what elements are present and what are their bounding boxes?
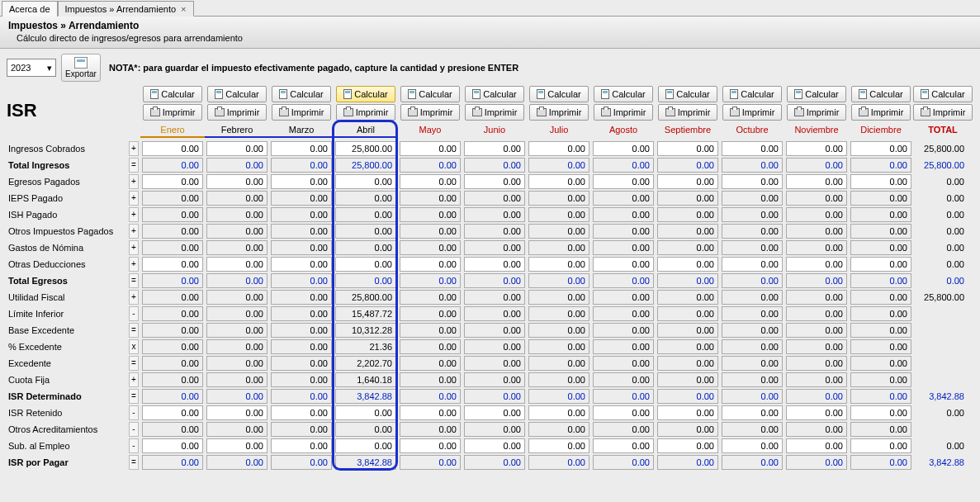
value-cell[interactable]: 0.00 <box>335 257 396 272</box>
value-cell[interactable]: 0.00 <box>206 405 267 420</box>
calcular-button[interactable]: Calcular <box>143 86 202 102</box>
imprimir-button[interactable]: Imprimir <box>207 104 267 121</box>
value-cell[interactable]: 0.00 <box>786 438 847 453</box>
value-cell: 0.00 <box>464 191 525 206</box>
value-cell[interactable]: 0.00 <box>528 438 589 453</box>
value-cell[interactable]: 0.00 <box>464 174 525 189</box>
value-cell[interactable]: 0.00 <box>850 141 911 156</box>
value-cell: 0.00 <box>722 273 783 288</box>
value-cell[interactable]: 0.00 <box>400 438 461 453</box>
imprimir-button[interactable]: Imprimir <box>529 104 589 121</box>
month-header: Marzo <box>269 121 334 138</box>
value-cell[interactable]: 0.00 <box>142 257 203 272</box>
imprimir-button[interactable]: Imprimir <box>336 104 395 121</box>
value-cell[interactable]: 0.00 <box>657 174 718 189</box>
value-cell[interactable]: 0.00 <box>464 257 525 272</box>
calcular-button[interactable]: Calcular <box>400 86 460 102</box>
imprimir-button[interactable]: Imprimir <box>272 104 331 121</box>
calcular-button[interactable]: Calcular <box>787 86 846 102</box>
calcular-button[interactable]: Calcular <box>658 86 717 102</box>
value-cell[interactable]: 0.00 <box>206 141 267 156</box>
value-cell[interactable]: 0.00 <box>657 257 718 272</box>
calcular-button[interactable]: Calcular <box>465 86 524 102</box>
calcular-button[interactable]: Calcular <box>913 86 973 102</box>
value-cell[interactable]: 0.00 <box>142 141 203 156</box>
value-cell[interactable]: 0.00 <box>464 141 525 156</box>
value-cell[interactable]: 0.00 <box>722 438 783 453</box>
imprimir-button[interactable]: Imprimir <box>787 104 846 121</box>
tab-arrendamiento[interactable]: Impuestos » Arrendamiento × <box>58 1 194 17</box>
value-cell[interactable]: 0.00 <box>271 405 332 420</box>
imprimir-button[interactable]: Imprimir <box>143 104 202 121</box>
value-cell[interactable]: 0.00 <box>528 257 589 272</box>
value-cell[interactable]: 0.00 <box>722 141 783 156</box>
value-cell: 0.00 <box>850 191 911 206</box>
value-cell[interactable]: 0.00 <box>528 141 589 156</box>
value-cell[interactable]: 0.00 <box>786 405 847 420</box>
value-cell: 0.00 <box>593 339 654 354</box>
value-cell[interactable]: 0.00 <box>657 405 718 420</box>
calcular-button[interactable]: Calcular <box>336 86 395 102</box>
imprimir-button[interactable]: Imprimir <box>913 104 973 121</box>
value-cell[interactable]: 0.00 <box>271 174 332 189</box>
row-label: Egresos Pagados <box>7 174 129 189</box>
value-cell[interactable]: 0.00 <box>593 438 654 453</box>
value-cell[interactable]: 0.00 <box>786 174 847 189</box>
value-cell[interactable]: 0.00 <box>593 405 654 420</box>
value-cell[interactable]: 0.00 <box>271 438 332 453</box>
calcular-button[interactable]: Calcular <box>722 86 782 102</box>
value-cell: 0.00 <box>657 240 718 255</box>
value-cell[interactable]: 0.00 <box>464 405 525 420</box>
value-cell[interactable]: 0.00 <box>722 257 783 272</box>
value-cell[interactable]: 0.00 <box>271 141 332 156</box>
value-cell[interactable]: 0.00 <box>142 174 203 189</box>
calcular-button[interactable]: Calcular <box>207 86 267 102</box>
imprimir-button[interactable]: Imprimir <box>465 104 524 121</box>
imprimir-button[interactable]: Imprimir <box>400 104 460 121</box>
value-cell[interactable]: 0.00 <box>722 174 783 189</box>
value-cell[interactable]: 0.00 <box>722 405 783 420</box>
value-cell[interactable]: 0.00 <box>593 141 654 156</box>
calcular-button[interactable]: Calcular <box>851 86 911 102</box>
value-cell[interactable]: 0.00 <box>850 174 911 189</box>
value-cell[interactable]: 0.00 <box>206 174 267 189</box>
value-cell[interactable]: 0.00 <box>142 405 203 420</box>
value-cell[interactable]: 0.00 <box>400 141 461 156</box>
tab-about[interactable]: Acerca de <box>2 1 58 17</box>
value-cell[interactable]: 0.00 <box>335 405 396 420</box>
title-bar: Impuestos » Arrendamiento Cálculo direct… <box>0 17 980 49</box>
value-cell[interactable]: 0.00 <box>593 257 654 272</box>
value-cell[interactable]: 0.00 <box>593 174 654 189</box>
value-cell[interactable]: 0.00 <box>400 257 461 272</box>
year-select[interactable]: 2023 ▾ <box>7 59 56 77</box>
value-cell[interactable]: 0.00 <box>850 405 911 420</box>
value-cell[interactable]: 0.00 <box>786 257 847 272</box>
imprimir-button[interactable]: Imprimir <box>722 104 782 121</box>
value-cell[interactable]: 0.00 <box>464 438 525 453</box>
close-icon[interactable]: × <box>181 4 186 14</box>
value-cell[interactable]: 0.00 <box>142 438 203 453</box>
value-cell[interactable]: 0.00 <box>400 174 461 189</box>
value-cell[interactable]: 0.00 <box>850 438 911 453</box>
value-cell[interactable]: 0.00 <box>786 141 847 156</box>
calcular-button[interactable]: Calcular <box>272 86 331 102</box>
value-cell[interactable]: 0.00 <box>657 438 718 453</box>
value-cell[interactable]: 0.00 <box>335 438 396 453</box>
printer-icon <box>730 108 740 116</box>
value-cell[interactable]: 25,800.00 <box>335 141 396 156</box>
calcular-button[interactable]: Calcular <box>529 86 589 102</box>
value-cell[interactable]: 0.00 <box>335 174 396 189</box>
value-cell[interactable]: 0.00 <box>657 141 718 156</box>
value-cell[interactable]: 0.00 <box>206 257 267 272</box>
value-cell[interactable]: 0.00 <box>206 438 267 453</box>
value-cell[interactable]: 0.00 <box>528 405 589 420</box>
imprimir-button[interactable]: Imprimir <box>658 104 717 121</box>
value-cell[interactable]: 0.00 <box>271 257 332 272</box>
imprimir-button[interactable]: Imprimir <box>594 104 653 121</box>
value-cell[interactable]: 0.00 <box>528 174 589 189</box>
value-cell[interactable]: 0.00 <box>850 257 911 272</box>
value-cell[interactable]: 0.00 <box>400 405 461 420</box>
imprimir-button[interactable]: Imprimir <box>851 104 911 121</box>
calcular-button[interactable]: Calcular <box>594 86 653 102</box>
export-button[interactable]: Exportar <box>61 54 101 82</box>
